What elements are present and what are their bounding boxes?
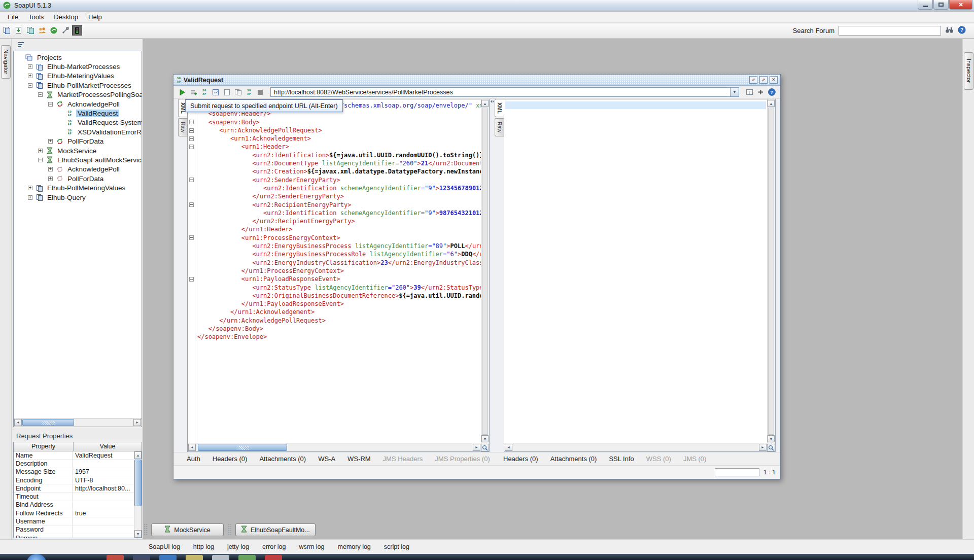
log-tab-jetty-log[interactable]: jetty log [227,543,249,550]
menu-item-tools[interactable]: Tools [23,12,49,22]
property-column-header[interactable]: Property [14,442,74,451]
tree-item[interactable]: +AcknowledgePoll [14,165,142,174]
collapse-left-icon[interactable] [489,100,492,103]
fold-collapse-icon[interactable] [189,136,194,141]
property-value[interactable] [73,534,134,538]
property-row[interactable]: Follow Redirectstrue [14,509,134,517]
search-forum-input[interactable] [839,26,941,36]
chevron-down-icon[interactable]: ▼ [730,88,739,96]
request-vscrollbar[interactable]: ▲ ▼ [481,99,489,443]
editor-tab-raw[interactable]: Raw [495,118,504,136]
create-empty-icon[interactable] [222,88,231,97]
navigator-tab[interactable]: Navigator [1,45,11,79]
endpoint-combo[interactable]: http://localhost:8082/WebService/service… [270,87,739,97]
property-value[interactable]: 1957 [73,468,134,476]
menu-item-desktop[interactable]: Desktop [49,12,83,22]
inspector-tab-ws-a[interactable]: WS-A [318,455,335,463]
property-row[interactable]: Endpointhttp://localhost:80... [14,484,134,493]
tree-hscroll-thumb[interactable] [22,419,74,426]
expand-icon[interactable]: + [48,139,53,144]
menu-item-help[interactable]: Help [83,12,107,22]
inspector-tab-ssl-info[interactable]: SSL Info [609,455,634,463]
tree-item[interactable]: +Elhub-Query [14,193,142,202]
taskbar-item[interactable] [186,555,203,560]
desktop-button[interactable]: MockService [151,523,224,536]
log-tab-soapui-log[interactable]: SoapUI log [149,543,180,550]
editor-tab-xml[interactable]: XML [495,99,504,117]
proxy-toggle-icon[interactable] [72,25,82,36]
taskbar-item[interactable] [238,555,256,560]
property-row[interactable]: Bind Address [14,501,134,509]
property-value[interactable]: ValidRequest [73,451,134,459]
property-value[interactable]: true [73,509,134,517]
log-tab-wsrm-log[interactable]: wsrm log [299,543,325,550]
fold-collapse-icon[interactable] [189,145,194,149]
taskbar-item[interactable] [265,555,282,560]
scroll-up-icon[interactable]: ▲ [134,451,142,459]
forum-icon[interactable] [37,25,47,36]
tree-item[interactable]: +Elhub-MarketProcesses [14,62,142,71]
tree-item[interactable]: −SOAPValidRequest-System-Securi [14,118,142,127]
property-row[interactable]: Timeout [14,493,134,501]
property-row[interactable]: Description [14,460,134,468]
tree-item[interactable]: −Elhub-PollMarketProcesses [14,81,142,90]
request-hscroll-thumb[interactable] [198,444,287,451]
scroll-right-icon[interactable]: ► [133,419,141,426]
import-workspace-icon[interactable] [14,25,24,36]
log-tab-http-log[interactable]: http log [193,543,214,550]
inspector-tab-auth[interactable]: Auth [187,455,200,463]
tree-item[interactable]: −AcknowledgePoll [14,99,142,109]
property-value[interactable] [73,493,134,500]
response-vscroll-thumb[interactable] [768,108,774,435]
split-layout-icon[interactable] [756,88,765,97]
property-row[interactable]: Password [14,526,134,534]
value-column-header[interactable]: Value [74,442,142,451]
property-value[interactable] [73,460,134,467]
drag-handle[interactable] [228,523,231,536]
inspector-tab-ws-rm[interactable]: WS-RM [347,455,371,463]
sort-icon[interactable] [17,41,25,50]
response-xml-editor[interactable] [504,99,767,443]
windows-taskbar[interactable] [0,554,974,560]
split-divider[interactable] [490,99,495,452]
scroll-down-icon[interactable]: ▼ [768,435,775,442]
properties-vscroll-thumb[interactable] [134,460,142,506]
response-hscrollbar[interactable]: ◄ ► [504,443,775,451]
request-xml-editor[interactable]: <soapenv:Envelope xmlns:soapenv="http://… [195,99,481,443]
collapse-icon[interactable]: − [38,158,43,162]
fold-collapse-icon[interactable] [189,128,194,133]
scroll-up-icon[interactable]: ▲ [768,100,775,107]
tree-item[interactable]: −Projects [14,53,142,62]
log-tab-error-log[interactable]: error log [262,543,286,550]
tree-item[interactable]: +MockService [14,146,142,155]
frame-title-bar[interactable]: SOAP ValidRequest ⇙ ⇗ ✕ [173,75,780,86]
request-hscrollbar[interactable]: ◄ ► [188,443,489,451]
minimize-button[interactable] [918,0,933,10]
save-all-icon[interactable] [25,25,36,36]
scroll-up-icon[interactable]: ▲ [481,100,489,107]
expand-icon[interactable]: + [28,64,32,69]
expand-icon[interactable]: + [48,177,53,181]
recreate-request-icon[interactable] [211,88,220,97]
collapse-icon[interactable]: − [48,102,53,107]
property-row[interactable]: EncodingUTF-8 [14,476,134,484]
taskbar-item[interactable] [133,555,150,560]
tree-item[interactable]: −ElhubSoapFaultMockService [14,155,142,164]
inspector-tab[interactable]: Inspector [964,52,973,90]
scroll-down-icon[interactable]: ▼ [481,435,489,442]
taskbar-item[interactable] [107,555,124,560]
inspector-tab-headers-0-[interactable]: Headers (0) [213,455,248,463]
inspector-tab-attachments-0-[interactable]: Attachments (0) [550,455,597,463]
log-tab-memory-log[interactable]: memory log [338,543,371,550]
tree-item[interactable]: +PollForData [14,137,142,146]
fold-collapse-icon[interactable] [189,178,194,182]
tree-item[interactable]: −MarketProcessesPollingSoapBinding [14,90,142,99]
request-vscroll-thumb[interactable] [482,108,488,435]
create-request-icon[interactable]: SOAP [245,88,254,97]
log-tab-script-log[interactable]: script log [384,543,409,550]
scroll-right-icon[interactable]: ► [473,444,480,451]
magnifier-icon[interactable] [481,444,489,451]
property-row[interactable]: Domain [14,534,134,538]
scroll-left-icon[interactable]: ◄ [14,419,22,426]
tree-item[interactable]: +Elhub-PollMeteringValues [14,183,142,192]
